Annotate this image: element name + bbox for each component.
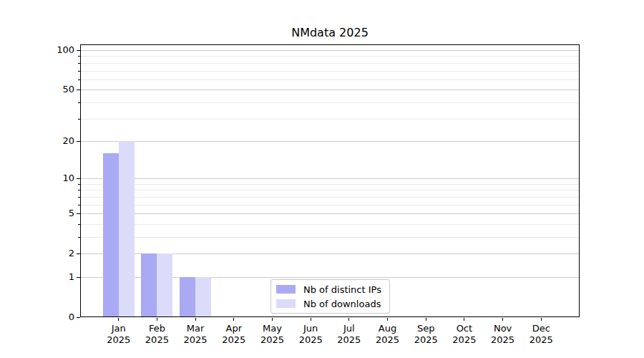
legend-swatch-distinct-ips-icon	[276, 285, 296, 294]
x-tick-year: 2025	[482, 334, 525, 346]
y-tick-minor	[78, 237, 80, 238]
x-tick-year: 2025	[174, 334, 217, 346]
bar-distinct-ips	[141, 253, 157, 317]
bar-downloads	[195, 277, 211, 317]
legend: Nb of distinct IPs Nb of downloads	[270, 279, 390, 314]
y-tick-minor	[78, 224, 80, 225]
y-tick-minor	[78, 190, 80, 190]
x-tick	[464, 318, 464, 321]
x-tick-year: 2025	[213, 334, 255, 346]
x-tick-month: Jan	[97, 323, 140, 334]
bar-distinct-ips	[103, 153, 119, 317]
gridline-minor	[81, 56, 579, 57]
gridline-major	[81, 213, 579, 214]
x-tick-month: Feb	[135, 323, 178, 334]
x-tick-label: Mar2025	[174, 323, 217, 346]
y-tick-label: 5	[29, 207, 74, 220]
gridline-minor	[81, 184, 579, 185]
x-tick-label: Dec2025	[519, 323, 562, 346]
legend-item: Nb of downloads	[276, 297, 384, 310]
gridline-minor	[81, 71, 579, 72]
x-tick-year: 2025	[404, 334, 447, 346]
y-tick-label: 20	[29, 135, 74, 147]
x-tick-year: 2025	[328, 334, 371, 346]
y-tick-minor	[78, 205, 80, 205]
x-tick-label: May2025	[251, 323, 294, 346]
y-tick-label: 50	[29, 83, 74, 96]
x-tick	[195, 318, 196, 321]
y-tick-minor	[78, 56, 80, 57]
x-tick-month: Sep	[404, 323, 447, 334]
legend-label: Nb of distinct IPs	[303, 284, 381, 295]
x-tick-label: Apr2025	[213, 323, 255, 346]
y-tick	[77, 253, 80, 254]
legend-item: Nb of distinct IPs	[276, 283, 384, 296]
gridline-major	[81, 90, 579, 90]
x-tick	[272, 318, 273, 321]
y-tick-label: 1	[29, 271, 74, 284]
bar-downloads	[157, 253, 172, 317]
bar-distinct-ips	[180, 277, 195, 317]
x-tick-year: 2025	[519, 334, 562, 346]
x-tick	[311, 318, 311, 321]
y-tick-label: 100	[29, 44, 74, 57]
chart-title: NMdata 2025	[80, 26, 580, 39]
y-tick-minor	[78, 71, 80, 72]
bar-downloads	[119, 141, 135, 317]
x-tick	[502, 318, 503, 321]
y-tick-minor	[78, 63, 80, 64]
x-tick-year: 2025	[251, 334, 294, 346]
gridline-minor	[81, 102, 579, 103]
x-tick-label: Aug2025	[366, 323, 409, 346]
figure: NMdata 2025 0125102050100Jan2025Feb2025M…	[0, 0, 644, 358]
x-tick	[157, 318, 157, 321]
x-tick-label: Nov2025	[482, 323, 525, 346]
x-tick	[387, 318, 388, 321]
x-tick-month: Mar	[174, 323, 217, 334]
gridline-minor	[81, 237, 579, 238]
y-tick	[77, 277, 80, 278]
x-tick-month: Aug	[366, 323, 409, 334]
x-tick-year: 2025	[443, 334, 486, 346]
x-tick-label: Feb2025	[135, 323, 178, 346]
y-tick	[77, 317, 80, 318]
x-tick-month: Dec	[519, 323, 562, 334]
x-tick	[426, 318, 426, 321]
x-tick-year: 2025	[135, 334, 178, 346]
x-tick-month: Nov	[482, 323, 525, 334]
x-tick-month: Jun	[289, 323, 332, 334]
gridline-major	[81, 50, 579, 51]
gridline-minor	[81, 224, 579, 225]
x-tick-year: 2025	[289, 334, 332, 346]
x-tick	[233, 318, 234, 321]
y-tick	[77, 178, 80, 179]
gridline-minor	[81, 205, 579, 205]
gridline-major	[81, 178, 579, 179]
y-tick	[77, 141, 80, 142]
gridline-minor	[81, 197, 579, 198]
y-tick	[77, 213, 80, 214]
x-tick-year: 2025	[366, 334, 409, 346]
x-tick-month: Oct	[443, 323, 486, 334]
x-tick-month: Apr	[213, 323, 255, 334]
y-tick-minor	[78, 119, 80, 120]
x-tick-label: Jun2025	[289, 323, 332, 346]
x-tick-label: Jan2025	[97, 323, 140, 346]
y-tick-minor	[78, 197, 80, 198]
y-tick	[77, 50, 80, 51]
y-tick-label: 0	[29, 311, 74, 324]
legend-swatch-downloads-icon	[276, 299, 296, 308]
y-tick-minor	[78, 79, 80, 80]
x-tick-month: Jul	[328, 323, 371, 334]
x-tick-label: Sep2025	[404, 323, 447, 346]
gridline-minor	[81, 190, 579, 190]
y-tick	[77, 90, 80, 90]
x-tick	[348, 318, 349, 321]
x-tick-label: Jul2025	[328, 323, 371, 346]
x-tick-label: Oct2025	[443, 323, 486, 346]
gridline-major	[81, 141, 579, 142]
x-tick-year: 2025	[97, 334, 140, 346]
x-tick	[541, 318, 542, 321]
y-tick-minor	[78, 102, 80, 103]
gridline-minor	[81, 63, 579, 64]
